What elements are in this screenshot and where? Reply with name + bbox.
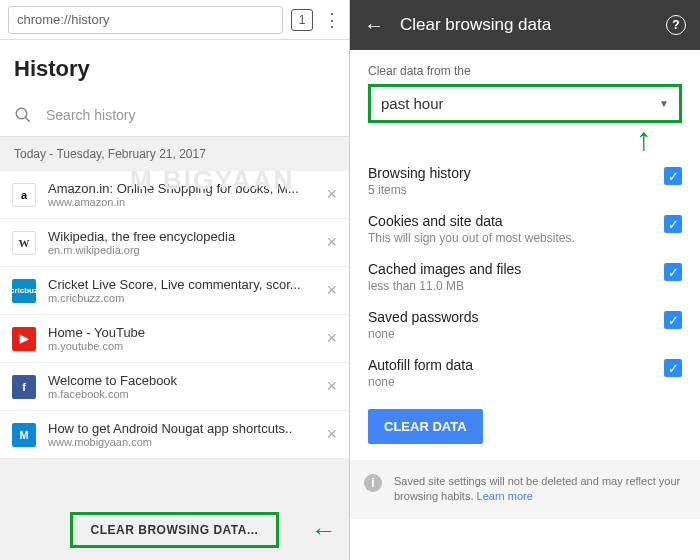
options-list: Browsing history5 items✓Cookies and site…	[368, 157, 682, 397]
info-icon: i	[364, 474, 382, 492]
history-list: aAmazon.in: Online Shopping for books, M…	[0, 171, 349, 459]
toolbar: ← Clear browsing data ?	[350, 0, 700, 50]
svg-line-1	[25, 117, 30, 122]
favicon: cricbuz	[12, 279, 36, 303]
svg-point-0	[16, 108, 27, 119]
history-item[interactable]: MHow to get Android Nougat app shortcuts…	[0, 411, 349, 459]
favicon: W	[12, 231, 36, 255]
checkbox-checked[interactable]: ✓	[664, 359, 682, 377]
search-history[interactable]: Search history	[0, 94, 349, 137]
history-item-title: Home - YouTube	[48, 325, 322, 340]
clear-browsing-data-button[interactable]: CLEAR BROWSING DATA...	[70, 512, 280, 548]
chevron-down-icon: ▼	[659, 98, 669, 109]
history-panel: 1 ⋮ History Search history M BIGYAAN Tod…	[0, 0, 350, 560]
toolbar-title: Clear browsing data	[400, 15, 666, 35]
history-item[interactable]: ▶Home - YouTubem.youtube.com×	[0, 315, 349, 363]
range-label: Clear data from the	[368, 64, 682, 78]
annotation-arrow: ←	[311, 515, 337, 546]
close-icon[interactable]: ×	[322, 376, 341, 397]
history-item-title: Wikipedia, the free encyclopedia	[48, 229, 322, 244]
history-item[interactable]: fWelcome to Facebookm.facebook.com×	[0, 363, 349, 411]
option-title: Saved passwords	[368, 309, 656, 325]
history-item[interactable]: cricbuzCricket Live Score, Live commenta…	[0, 267, 349, 315]
close-icon[interactable]: ×	[322, 424, 341, 445]
option-subtitle: none	[368, 375, 656, 389]
favicon: M	[12, 423, 36, 447]
option-subtitle: This will sign you out of most websites.	[368, 231, 656, 245]
option-subtitle: 5 items	[368, 183, 656, 197]
option-title: Autofill form data	[368, 357, 656, 373]
history-item-url: m.cricbuzz.com	[48, 292, 322, 304]
history-item-url: m.facebook.com	[48, 388, 322, 400]
history-item-url: en.m.wikipedia.org	[48, 244, 322, 256]
clear-option[interactable]: Saved passwordsnone✓	[368, 301, 682, 349]
close-icon[interactable]: ×	[322, 280, 341, 301]
checkbox-checked[interactable]: ✓	[664, 311, 682, 329]
favicon: ▶	[12, 327, 36, 351]
option-title: Cached images and files	[368, 261, 656, 277]
favicon: f	[12, 375, 36, 399]
history-item-title: Cricket Live Score, Live commentary, sco…	[48, 277, 322, 292]
close-icon[interactable]: ×	[322, 232, 341, 253]
close-icon[interactable]: ×	[322, 328, 341, 349]
checkbox-checked[interactable]: ✓	[664, 263, 682, 281]
back-icon[interactable]: ←	[364, 14, 384, 37]
page-title: History	[0, 40, 349, 94]
clear-data-panel: ← Clear browsing data ? Clear data from …	[350, 0, 700, 560]
history-item[interactable]: WWikipedia, the free encyclopediaen.m.wi…	[0, 219, 349, 267]
history-item-title: Welcome to Facebook	[48, 373, 322, 388]
search-icon	[14, 106, 32, 124]
option-title: Cookies and site data	[368, 213, 656, 229]
history-item[interactable]: aAmazon.in: Online Shopping for books, M…	[0, 171, 349, 219]
clear-option[interactable]: Browsing history5 items✓	[368, 157, 682, 205]
time-range-dropdown[interactable]: past hour ▼	[368, 84, 682, 123]
more-icon[interactable]: ⋮	[323, 9, 341, 31]
history-item-title: Amazon.in: Online Shopping for books, M.…	[48, 181, 322, 196]
footer-text: Saved site settings will not be deleted …	[394, 475, 680, 502]
option-title: Browsing history	[368, 165, 656, 181]
learn-more-link[interactable]: Learn more	[477, 490, 533, 502]
annotation-arrow-up: ↑	[368, 127, 682, 151]
clear-option[interactable]: Cached images and filesless than 11.0 MB…	[368, 253, 682, 301]
footer-note: i Saved site settings will not be delete…	[350, 460, 700, 519]
clear-option[interactable]: Autofill form datanone✓	[368, 349, 682, 397]
option-subtitle: none	[368, 327, 656, 341]
date-header: Today - Tuesday, February 21, 2017	[0, 137, 349, 171]
tab-switcher[interactable]: 1	[291, 9, 313, 31]
time-range-value: past hour	[381, 95, 444, 112]
checkbox-checked[interactable]: ✓	[664, 167, 682, 185]
url-bar: 1 ⋮	[0, 0, 349, 40]
history-item-url: m.youtube.com	[48, 340, 322, 352]
close-icon[interactable]: ×	[322, 184, 341, 205]
option-subtitle: less than 11.0 MB	[368, 279, 656, 293]
url-input[interactable]	[8, 6, 283, 34]
history-item-title: How to get Android Nougat app shortcuts.…	[48, 421, 322, 436]
search-placeholder: Search history	[46, 107, 135, 123]
history-item-url: www.amazon.in	[48, 196, 322, 208]
checkbox-checked[interactable]: ✓	[664, 215, 682, 233]
clear-option[interactable]: Cookies and site dataThis will sign you …	[368, 205, 682, 253]
favicon: a	[12, 183, 36, 207]
history-item-url: www.mobigyaan.com	[48, 436, 322, 448]
clear-data-button[interactable]: CLEAR DATA	[368, 409, 483, 444]
help-icon[interactable]: ?	[666, 15, 686, 35]
